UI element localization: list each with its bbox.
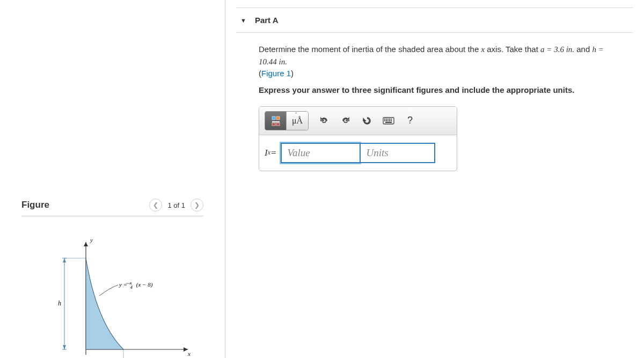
curve-equation: y = x 4 (x − 8) xyxy=(119,279,153,290)
svg-rect-31 xyxy=(389,120,390,121)
part-body: Determine the moment of inertia of the s… xyxy=(236,33,623,171)
svg-rect-30 xyxy=(387,120,389,121)
svg-rect-25 xyxy=(387,119,389,120)
answer-input-row: Ix = xyxy=(259,135,457,171)
svg-rect-19 xyxy=(272,121,280,122)
template-fraction-group: μÅ° xyxy=(265,111,309,130)
svg-rect-18 xyxy=(276,116,280,120)
svg-marker-2 xyxy=(184,347,188,352)
svg-rect-23 xyxy=(384,119,385,120)
svg-rect-26 xyxy=(389,119,390,120)
svg-rect-28 xyxy=(384,120,385,121)
svg-rect-21 xyxy=(276,123,280,126)
templates-button[interactable] xyxy=(265,112,287,130)
figure-title: Figure xyxy=(21,200,49,210)
redo-button[interactable] xyxy=(339,114,353,128)
answer-toolbar: μÅ° xyxy=(259,107,457,135)
figure-nav: ❮ 1 of 1 ❯ xyxy=(149,199,203,211)
help-button[interactable]: ? xyxy=(403,114,417,128)
equation-label: Ix = xyxy=(265,143,281,163)
units-button[interactable]: μÅ° xyxy=(287,112,308,130)
figure-counter: 1 of 1 xyxy=(167,201,185,209)
svg-rect-27 xyxy=(391,119,392,120)
question-text: Determine the moment of inertia of the s… xyxy=(259,43,623,80)
answer-box: μÅ° xyxy=(259,106,457,171)
x-axis-label: x xyxy=(187,350,191,357)
collapse-triangle-icon: ▼ xyxy=(240,17,246,24)
part-a-header[interactable]: ▼ Part A xyxy=(236,8,633,33)
figure-diagram: y x h a xyxy=(21,231,203,358)
svg-rect-33 xyxy=(385,122,392,123)
h-label: h xyxy=(58,299,61,307)
instruction-text: Express your answer to three significant… xyxy=(259,85,623,94)
undo-button[interactable] xyxy=(317,114,331,128)
next-figure-button[interactable]: ❯ xyxy=(191,199,203,211)
prev-figure-button[interactable]: ❮ xyxy=(149,199,162,211)
svg-marker-3 xyxy=(84,242,88,246)
svg-rect-17 xyxy=(272,116,275,120)
right-panel: ▼ Part A Determine the moment of inertia… xyxy=(225,0,644,358)
left-panel: Figure ❮ 1 of 1 ❯ y x xyxy=(0,0,225,358)
svg-rect-20 xyxy=(272,123,275,126)
units-input[interactable] xyxy=(360,143,435,163)
figure-1-link[interactable]: Figure 1 xyxy=(261,69,291,78)
reset-button[interactable] xyxy=(360,114,374,128)
shaded-area xyxy=(86,258,123,349)
svg-rect-24 xyxy=(386,119,387,120)
y-axis-label: y xyxy=(90,237,93,243)
value-input[interactable] xyxy=(281,143,360,163)
keyboard-button[interactable] xyxy=(382,114,396,128)
part-title: Part A xyxy=(255,16,279,25)
svg-rect-29 xyxy=(386,120,387,121)
svg-rect-32 xyxy=(391,120,392,121)
figure-header: Figure ❮ 1 of 1 ❯ xyxy=(21,199,203,216)
svg-marker-8 xyxy=(63,345,66,349)
part-a-section: ▼ Part A Determine the moment of inertia… xyxy=(236,8,633,171)
svg-marker-7 xyxy=(63,258,66,262)
